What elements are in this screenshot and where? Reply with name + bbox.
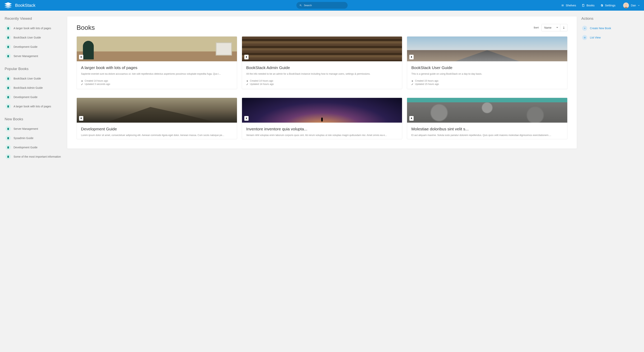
nav-settings-label: Settings xyxy=(605,4,616,7)
sort-control: Name xyxy=(541,24,568,31)
nav-books-label: Books xyxy=(586,4,594,7)
sidebar-book-item[interactable]: BookStack Admin Guide xyxy=(5,84,62,92)
book-icon xyxy=(6,104,11,109)
logo-icon xyxy=(4,2,12,9)
bookmark-icon xyxy=(79,55,83,59)
card-title: Molestiae doloribus sint velit s... xyxy=(411,127,563,132)
bookmark-icon xyxy=(244,55,248,59)
book-icon xyxy=(6,135,11,141)
new-list: Server ManagementSysadmin GuideDevelopme… xyxy=(5,125,62,161)
book-card[interactable]: A larger book with lots of pagesSapiente… xyxy=(76,36,237,89)
card-meta: Created 15 hours agoUpdated 15 hours ago xyxy=(407,78,567,89)
sidebar-book-item[interactable]: Server Management xyxy=(5,52,62,60)
updated-row: Updated 14 hours ago xyxy=(246,83,398,86)
sidebar-item-label: BookStack Admin Guide xyxy=(14,86,43,90)
card-meta: Created 14 hours agoUpdated 14 hours ago xyxy=(242,78,402,89)
plus-icon xyxy=(582,26,587,31)
app-header: BookStack Shelves Books Settings Dan xyxy=(0,0,644,11)
sidebar-item-label: A larger book with lots of pages xyxy=(14,27,51,30)
sidebar-book-item[interactable]: Sysadmin Guide xyxy=(5,134,62,142)
sidebar-book-item[interactable]: Some of the most important information xyxy=(5,153,62,161)
search-input[interactable] xyxy=(304,4,344,7)
action-list-view[interactable]: List View xyxy=(582,34,639,42)
sidebar-book-item[interactable]: Development Guide xyxy=(5,143,62,151)
search-box[interactable] xyxy=(296,2,348,9)
book-card[interactable]: BookStack Admin GuideAll the info needed… xyxy=(242,36,402,89)
recent-heading: Recently Viewed xyxy=(5,17,62,21)
sidebar-item-label: Development Guide xyxy=(14,95,38,99)
sidebar-book-item[interactable]: BookStack User Guide xyxy=(5,34,62,42)
book-card[interactable]: Inventore inventore quia volupta...Venia… xyxy=(242,98,402,139)
card-body: Inventore inventore quia volupta...Venia… xyxy=(242,123,402,139)
sidebar-book-item[interactable]: BookStack User Guide xyxy=(5,75,62,83)
nav-shelves[interactable]: Shelves xyxy=(561,4,576,7)
sidebar-item-label: BookStack User Guide xyxy=(14,77,41,81)
book-icon xyxy=(6,53,11,59)
book-icon xyxy=(6,94,11,100)
card-title: BookStack User Guide xyxy=(411,65,563,70)
bookmark-icon xyxy=(79,116,83,121)
updated-row: Updated 3 seconds ago xyxy=(81,83,233,86)
bookmark-icon xyxy=(409,55,414,59)
book-card[interactable]: BookStack User GuideThis is a general gu… xyxy=(407,36,568,89)
book-icon xyxy=(6,154,11,159)
card-title: Inventore inventore quia volupta... xyxy=(246,127,398,132)
card-title: A larger book with lots of pages xyxy=(81,65,233,70)
card-description: Et aut aliquam maxime. Soluta iusto pari… xyxy=(411,133,563,137)
right-sidebar: Actions Create New Book List View xyxy=(582,17,639,48)
avatar xyxy=(623,3,629,8)
brand[interactable]: BookStack xyxy=(4,2,35,9)
user-menu[interactable]: Dan xyxy=(623,3,640,8)
card-description: Veniam nihil voluptas enim laborum corpo… xyxy=(246,133,398,137)
sidebar-item-label: Sysadmin Guide xyxy=(14,136,34,140)
books-grid: A larger book with lots of pagesSapiente… xyxy=(76,36,568,139)
sidebar-book-item[interactable]: Development Guide xyxy=(5,43,62,51)
popular-list: BookStack User GuideBookStack Admin Guid… xyxy=(5,75,62,110)
page-body: Recently Viewed A larger book with lots … xyxy=(0,11,644,175)
shelves-icon xyxy=(561,4,564,7)
book-icon xyxy=(6,26,11,31)
sidebar-item-label: Server Management xyxy=(14,54,38,58)
nav-shelves-label: Shelves xyxy=(566,4,576,7)
main-panel: Books Sort Name A larger book with lots … xyxy=(67,17,577,149)
bookmark-icon xyxy=(409,116,414,121)
card-description: All the info needed to be an admin for a… xyxy=(246,72,398,76)
sort-direction-button[interactable] xyxy=(560,24,567,31)
top-nav: Shelves Books Settings Dan xyxy=(561,3,640,8)
book-card[interactable]: Development GuideLorem ipsum dolor sit a… xyxy=(76,98,237,139)
sidebar-item-label: Development Guide xyxy=(14,146,38,149)
action-create-book[interactable]: Create New Book xyxy=(582,24,639,32)
card-cover xyxy=(242,37,402,61)
created-row: Created 14 hours ago xyxy=(246,80,398,82)
card-body: A larger book with lots of pagesSapiente… xyxy=(77,61,237,78)
sidebar-book-item[interactable]: Server Management xyxy=(5,125,62,133)
nav-books[interactable]: Books xyxy=(582,4,594,7)
nav-settings[interactable]: Settings xyxy=(600,4,616,7)
svg-marker-2 xyxy=(4,6,12,8)
card-body: Development GuideLorem ipsum dolor sit a… xyxy=(77,123,237,139)
sidebar-book-item[interactable]: Development Guide xyxy=(5,93,62,101)
book-card[interactable]: Molestiae doloribus sint velit s...Et au… xyxy=(407,98,568,139)
user-name: Dan xyxy=(631,4,636,7)
card-cover xyxy=(407,37,567,61)
card-body: Molestiae doloribus sint velit s...Et au… xyxy=(407,123,567,139)
sidebar-book-item[interactable]: A larger book with lots of pages xyxy=(5,24,62,32)
created-row: Created 15 hours ago xyxy=(411,80,563,82)
page-title: Books xyxy=(76,24,95,31)
sort-select[interactable]: Name xyxy=(542,24,560,31)
brand-name: BookStack xyxy=(15,3,35,8)
search-icon xyxy=(300,4,302,7)
arrow-down-icon xyxy=(563,26,565,29)
recent-list: A larger book with lots of pagesBookStac… xyxy=(5,24,62,60)
actions-list: Create New Book List View xyxy=(582,24,639,42)
sort-label: Sort xyxy=(534,26,539,29)
sidebar-item-label: Development Guide xyxy=(14,45,38,49)
card-cover xyxy=(242,98,402,123)
card-title: Development Guide xyxy=(81,127,233,132)
action-list-label: List View xyxy=(590,36,601,39)
sidebar-book-item[interactable]: A larger book with lots of pages xyxy=(5,102,62,110)
book-icon xyxy=(6,126,11,132)
card-meta: Created 14 hours agoUpdated 3 seconds ag… xyxy=(77,78,237,89)
book-icon xyxy=(6,76,11,81)
card-description: Lorem ipsum dolor sit amet, consectetuer… xyxy=(81,133,233,137)
